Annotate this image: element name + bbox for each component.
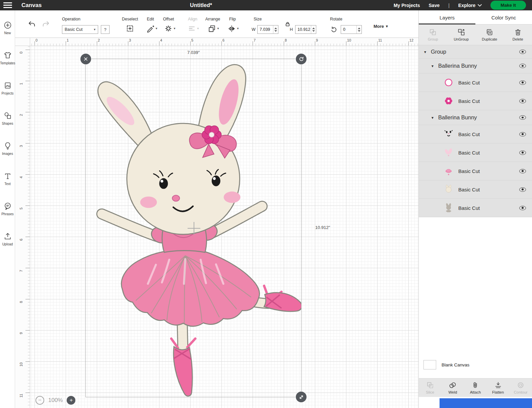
align-button[interactable]: ▾ (188, 24, 199, 33)
save-link[interactable]: Save (429, 3, 440, 8)
edit-button[interactable]: ▾ (146, 24, 157, 33)
canvas-color-swatch[interactable] (423, 360, 436, 369)
visibility-eye-icon[interactable] (519, 187, 526, 192)
ruler-label: 1 (67, 38, 69, 42)
edit-pencil-icon (146, 24, 154, 33)
duplicate-button[interactable]: Duplicate (479, 28, 500, 41)
contour-button[interactable]: Contour (511, 381, 530, 394)
offset-sun-icon (164, 24, 172, 33)
layer-row-basic-cut-shadow[interactable]: Basic Cut (419, 199, 532, 217)
width-stepper[interactable] (273, 25, 278, 34)
delete-button[interactable]: Delete (507, 28, 529, 41)
weld-button[interactable]: Weld (443, 381, 462, 394)
sidebar-item-upload[interactable]: Upload (0, 232, 15, 246)
visibility-eye-icon[interactable] (519, 99, 526, 103)
explore-menu[interactable]: Explore (458, 3, 482, 8)
ruler-label: 2 (98, 38, 100, 42)
undo-icon (28, 20, 36, 28)
layer-row-basic-cut-circle[interactable]: Basic Cut (419, 73, 532, 92)
offset-button[interactable]: ▾ (164, 24, 175, 33)
layer-row-ballerina-bunny-2[interactable]: ▾ Ballerina Bunny (419, 110, 532, 125)
layer-row-group[interactable]: ▾ Group (419, 45, 532, 59)
attach-button[interactable]: Attach (466, 381, 485, 394)
blank-canvas-row[interactable]: Blank Canvas (419, 357, 532, 372)
tab-layers[interactable]: Layers (419, 10, 475, 24)
layer-row-basic-cut-flower[interactable]: Basic Cut (419, 92, 532, 110)
layer-row-basic-cut-face[interactable]: Basic Cut (419, 125, 532, 143)
slice-icon (426, 381, 434, 389)
layer-row-basic-cut-body[interactable]: Basic Cut (419, 180, 532, 199)
rotate-stepper[interactable] (356, 25, 361, 34)
visibility-eye-icon[interactable] (519, 169, 526, 173)
caret-expanded-icon[interactable]: ▾ (424, 50, 431, 54)
deselect-button[interactable] (126, 24, 134, 33)
layer-row-basic-cut-dress[interactable]: Basic Cut (419, 162, 532, 180)
sidebar-item-images[interactable]: Images (0, 141, 15, 156)
visibility-eye-icon[interactable] (519, 206, 526, 210)
menu-icon[interactable] (0, 0, 15, 10)
flip-button[interactable]: ▾ (227, 24, 239, 33)
zoom-out-button[interactable]: − (36, 396, 44, 405)
zoom-in-button[interactable]: + (67, 396, 75, 405)
sidebar-item-new[interactable]: New (0, 21, 15, 35)
visibility-eye-icon[interactable] (519, 80, 526, 85)
selection-bounding-box[interactable]: 7.039" 10.912" (85, 59, 302, 397)
more-button[interactable]: More ▾ (374, 24, 388, 29)
arrange-layers-icon (208, 24, 216, 33)
sidebar-item-templates[interactable]: Templates (0, 51, 15, 65)
flip-label: Flip (229, 17, 236, 21)
canvas-grid[interactable]: 7.039" 10.912" (30, 46, 418, 408)
ruler-label: 6 (222, 38, 224, 42)
arrange-button[interactable]: ▾ (208, 24, 219, 33)
align-icon (188, 24, 196, 33)
make-it-button[interactable]: Make It (490, 1, 526, 10)
flatten-button[interactable]: Flatten (488, 381, 508, 394)
caret-expanded-icon[interactable]: ▾ (431, 64, 438, 68)
operation-select[interactable]: Basic Cut ▾ (62, 25, 98, 34)
width-input[interactable] (258, 25, 273, 34)
flatten-icon (494, 381, 502, 389)
zoom-level: 100% (48, 397, 63, 404)
left-sidebar: New Templates Projects Shapes Images Tex… (0, 10, 15, 408)
sidebar-item-phrases[interactable]: Phrases (0, 202, 15, 216)
sidebar-item-projects[interactable]: Projects (0, 81, 15, 95)
visibility-eye-icon[interactable] (519, 64, 526, 68)
rotate-input[interactable] (341, 25, 356, 34)
edit-toolbar: Operation Basic Cut ▾ ? Deselect Edit ▾ … (15, 10, 418, 38)
caret-expanded-icon[interactable]: ▾ (431, 115, 438, 120)
size-lock-button[interactable] (285, 21, 290, 26)
visibility-eye-icon[interactable] (519, 132, 526, 136)
height-stepper[interactable] (311, 25, 316, 34)
layer-row-ballerina-bunny-1[interactable]: ▾ Ballerina Bunny (419, 59, 532, 73)
bottom-right-accent[interactable] (440, 398, 532, 408)
resize-handle[interactable] (296, 392, 307, 402)
chevron-down-icon (478, 4, 482, 7)
slice-button[interactable]: Slice (420, 381, 440, 394)
visibility-eye-icon[interactable] (519, 50, 526, 54)
rotate-button[interactable] (330, 25, 337, 33)
layer-row-basic-cut-ears[interactable]: Basic Cut (419, 143, 532, 162)
sidebar-item-shapes[interactable]: Shapes (0, 111, 15, 125)
ruler-corner (15, 38, 30, 46)
contour-icon (517, 381, 525, 389)
sidebar-item-text[interactable]: Text (0, 172, 15, 186)
layer-thumb-flower (444, 96, 454, 106)
redo-button[interactable] (42, 20, 50, 28)
visibility-eye-icon[interactable] (519, 115, 526, 120)
operation-help-button[interactable]: ? (101, 25, 110, 34)
height-input[interactable] (295, 25, 311, 34)
flip-mirror-icon (227, 24, 236, 33)
ruler-label: 6 (19, 237, 23, 242)
undo-button[interactable] (28, 20, 36, 28)
top-bar: Canvas Untitled* My Projects Save | Expl… (0, 0, 532, 10)
more-label: More (374, 24, 384, 29)
rotate-handle[interactable] (296, 54, 307, 64)
my-projects-link[interactable]: My Projects (394, 3, 420, 8)
visibility-eye-icon[interactable] (519, 151, 526, 155)
group-icon (429, 28, 437, 36)
group-button[interactable]: Group (422, 28, 444, 41)
deselect-handle[interactable] (80, 54, 91, 64)
tab-color-sync[interactable]: Color Sync (475, 10, 532, 24)
rotate-icon (298, 56, 304, 62)
ungroup-button[interactable]: UnGroup (451, 28, 472, 41)
